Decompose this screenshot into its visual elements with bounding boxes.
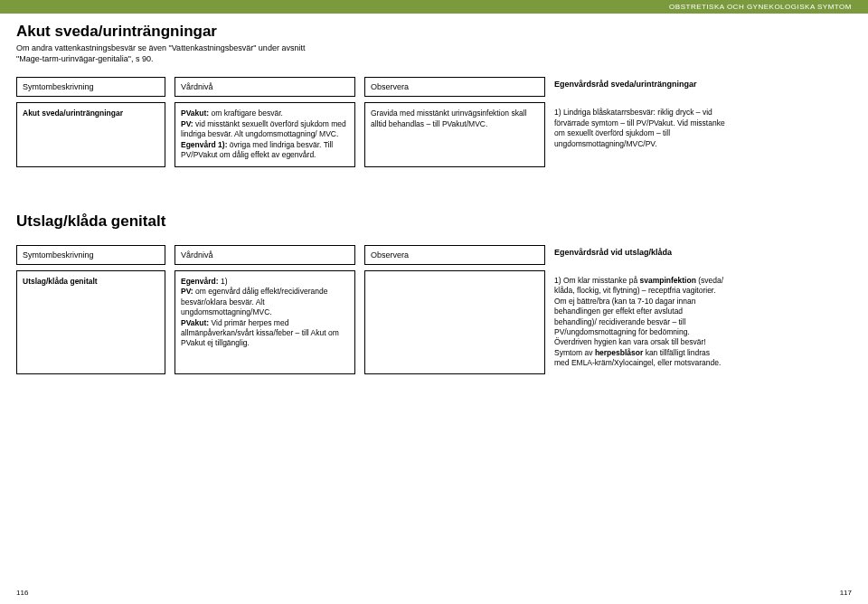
col-header-symptom: Symtombeskrivning <box>16 77 165 97</box>
col-header-symptom: Symtombeskrivning <box>16 245 165 265</box>
page-number-left: 116 <box>16 589 28 597</box>
cell-egenvard: 1) Om klar misstanke på svampinfektion (… <box>554 270 726 374</box>
section-title: Akut sveda/urinträngningar <box>16 23 852 41</box>
cell-vardniva: Egenvård: 1) PV: om egenvård dålig effek… <box>175 270 355 374</box>
egenvard-para: Symtom av herpesblåsor kan tillfälligt l… <box>554 348 726 369</box>
bold-text: svampinfektion <box>639 276 695 285</box>
section-utslag: Utslag/klåda genitalt Symtombeskrivning … <box>16 212 852 374</box>
table-header-row: Symtombeskrivning Vårdnivå Observera Ege… <box>16 245 852 265</box>
text: 1) Om klar misstanke på <box>554 276 639 285</box>
text: om kraftigare besvär. <box>209 109 283 118</box>
cell-vardniva: PVakut: om kraftigare besvär. PV: vid mi… <box>175 102 355 166</box>
col-header-egenvard: Egenvårdsråd vid utslag/klåda <box>554 245 726 265</box>
cell-symptom: Akut sveda/urinträngningar <box>16 102 165 166</box>
label: Egenvård 1): <box>181 140 228 149</box>
cell-symptom: Utslag/klåda genitalt <box>16 270 165 374</box>
symptom-text: Akut sveda/urinträngningar <box>23 109 123 118</box>
col-header-vardniva: Vårdnivå <box>175 245 355 265</box>
col-header-observera: Observera <box>364 77 545 97</box>
text: 1) <box>219 277 228 286</box>
label: Egenvård: <box>181 277 219 286</box>
text: vid misstänkt sexuellt överförd sjukdom … <box>181 119 346 138</box>
section-urin: Akut sveda/urinträngningar Om andra vatt… <box>16 23 852 167</box>
table-header-row: Symtombeskrivning Vårdnivå Observera Ege… <box>16 77 852 97</box>
symptom-text: Utslag/klåda genitalt <box>23 277 98 286</box>
vardniva-line: PV: om egenvård dålig effekt/recidiveran… <box>181 287 349 317</box>
vardniva-line: Egenvård 1): övriga med lindriga besvär.… <box>181 140 349 161</box>
col-header-observera: Observera <box>364 245 545 265</box>
col-header-vardniva: Vårdnivå <box>175 77 355 97</box>
vardniva-line: PVakut: Vid primär herpes med allmänpåve… <box>181 318 349 349</box>
egenvard-para: 1) Om klar misstanke på svampinfektion (… <box>554 276 726 338</box>
label: PV: <box>181 287 193 296</box>
vardniva-line: PV: vid misstänkt sexuellt överförd sjuk… <box>181 119 349 140</box>
label: PV: <box>181 119 193 128</box>
vardniva-line: PVakut: om kraftigare besvär. <box>181 109 349 118</box>
cell-egenvard: 1) Lindriga blåskatarrsbesvär: riklig dr… <box>554 102 726 166</box>
cell-observera: Gravida med misstänkt urinvägsinfektion … <box>364 102 545 166</box>
table-row: Utslag/klåda genitalt Egenvård: 1) PV: o… <box>16 270 852 374</box>
section-subtitle: Om andra vattenkastningsbesvär se även "… <box>16 42 324 64</box>
text: om egenvård dålig effekt/recidiverande b… <box>181 287 327 316</box>
section-title: Utslag/klåda genitalt <box>16 212 852 231</box>
table-row: Akut sveda/urinträngningar PVakut: om kr… <box>16 102 852 166</box>
col-header-egenvard: Egenvårdsråd sveda/urinträngningar <box>554 77 726 97</box>
text: Symtom av <box>554 348 595 357</box>
label: PVakut: <box>181 109 209 118</box>
label: PVakut: <box>181 318 209 327</box>
header-band: OBSTRETISKA OCH GYNEKOLOGISKA SYMTOM <box>0 0 868 14</box>
page-number-right: 117 <box>840 589 852 597</box>
bold-text: herpesblåsor <box>595 348 643 357</box>
vardniva-line: Egenvård: 1) <box>181 277 349 287</box>
cell-observera <box>364 270 545 374</box>
egenvard-para: Överdriven hygien kan vara orsak till be… <box>554 337 726 347</box>
page-body: Akut sveda/urinträngningar Om andra vatt… <box>0 14 868 374</box>
